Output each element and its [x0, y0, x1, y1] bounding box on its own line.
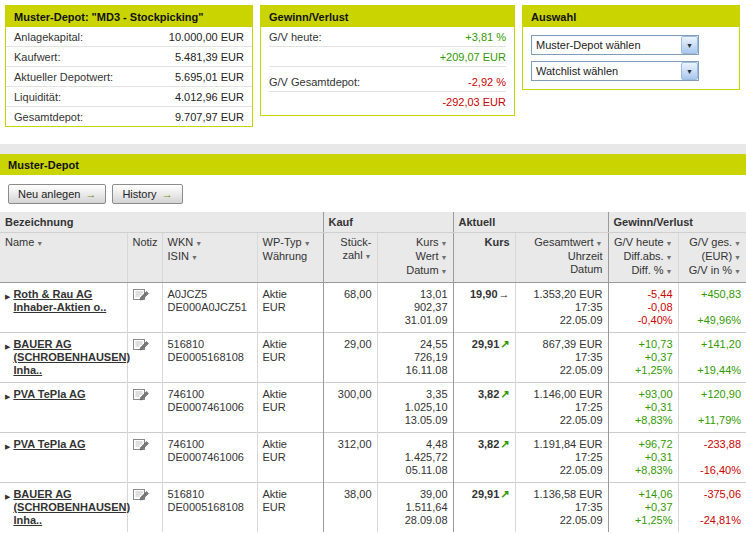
gewinn-verlust-title: Gewinn/Verlust	[261, 6, 514, 27]
wptyp-cell: Aktie EUR	[257, 383, 323, 433]
note-icon[interactable]	[133, 338, 150, 354]
section-title: Muster-Depot	[0, 154, 746, 175]
uhrzeit-value: 17:35	[521, 351, 603, 364]
gv-heute-cell: +96,72 +0,31 +8,83%	[608, 433, 678, 483]
toolbar-button[interactable]: Neu anlegen →	[8, 184, 106, 204]
sort-icon[interactable]: ▼	[441, 268, 448, 275]
expand-icon[interactable]: ▶	[5, 288, 10, 314]
kauf-wert-value: 1.025,10	[383, 401, 448, 414]
summary-row: Liquidität: 4.012,96 EUR	[6, 86, 252, 106]
auswahl-panel: Auswahl Muster-Depot wählen ▼ Watchlist …	[522, 5, 740, 90]
col-header-wp-typ[interactable]: WP-Typ	[263, 236, 302, 248]
waehrung-value: EUR	[263, 301, 318, 314]
sort-icon[interactable]: ▼	[365, 253, 372, 260]
gv-ges-cell: -375,06 -24,81%	[678, 483, 746, 533]
expand-icon[interactable]: ▶	[5, 338, 10, 377]
dropdown-select[interactable]: Muster-Depot wählen ▼	[531, 35, 699, 55]
summary-row-label: Kaufwert:	[14, 51, 60, 63]
stueckzahl-value: 68,00	[329, 288, 372, 301]
gesamtwert-cell: 1.353,20 EUR 17:35 22.05.09	[515, 283, 608, 333]
position-name-link[interactable]: BAUER AG (SCHROBENHAUSEN) Inha..	[13, 338, 130, 377]
col-header-gv-in-pct[interactable]: G/V in %	[689, 264, 732, 276]
column-header-notiz-cell: Notiz	[127, 233, 162, 283]
depot-summary-panel: Muster-Depot: "MD3 - Stockpicking" Anlag…	[5, 5, 253, 127]
wp-typ-value: Aktie	[263, 388, 318, 401]
column-group-row: Bezeichnung Kauf Aktuell Gewinn/Verlust	[0, 212, 746, 233]
position-name-link[interactable]: BAUER AG (SCHROBENHAUSEN) Inha..	[13, 488, 130, 527]
expand-icon[interactable]: ▶	[5, 438, 10, 453]
toolbar: Neu anlegen → History →	[0, 175, 746, 212]
position-name-link[interactable]: Roth & Rau AG Inhaber-Aktien o..	[13, 288, 121, 314]
sort-icon[interactable]: ▼	[304, 240, 311, 247]
gv-heute-value: +96,72	[614, 438, 673, 451]
stueckzahl-cell: 312,00	[323, 433, 377, 483]
gewinn-verlust-rows: G/V heute: +3,81 % +209,07 EUR G/V Gesam…	[261, 27, 514, 115]
column-header-gv-heute-cell: G/V heute▼ Diff.abs.▼ Diff. %▼	[608, 233, 678, 283]
col-header-diff-abs[interactable]: Diff.abs.	[623, 250, 663, 262]
sort-icon[interactable]: ▼	[734, 240, 741, 247]
name-cell: ▶ PVA TePla AG	[0, 433, 127, 483]
position-name-link[interactable]: PVA TePla AG	[13, 388, 85, 403]
col-header-gesamtwert[interactable]: Gesamtwert	[534, 236, 593, 248]
kauf-datum-value: 31.01.09	[383, 314, 448, 327]
gv-percent-value: +3,81 %	[465, 31, 506, 43]
col-header-kauf-datum[interactable]: Datum	[406, 264, 438, 276]
spacer	[684, 301, 742, 314]
note-icon[interactable]	[133, 488, 150, 504]
col-header-gv-ges[interactable]: G/V ges.	[689, 236, 732, 248]
depot-table-body: ▶ Roth & Rau AG Inhaber-Aktien o..	[0, 283, 746, 533]
kauf-kurs-value: 39,00	[383, 488, 448, 501]
sort-icon[interactable]: ▼	[441, 254, 448, 261]
name-cell: ▶ BAUER AG (SCHROBENHAUSEN) Inha..	[0, 333, 127, 383]
sort-icon[interactable]: ▼	[734, 254, 741, 261]
uhrzeit-value: 17:35	[521, 301, 603, 314]
wp-typ-value: Aktie	[263, 438, 318, 451]
sort-icon[interactable]: ▼	[666, 240, 673, 247]
note-icon[interactable]	[133, 388, 150, 404]
gv-row-eur: -292,03 EUR	[269, 92, 506, 111]
col-header-stueck-2[interactable]: zahl	[342, 249, 362, 261]
col-header-kauf-wert[interactable]: Wert	[416, 250, 439, 262]
wptyp-cell: Aktie EUR	[257, 483, 323, 533]
note-icon[interactable]	[133, 438, 150, 454]
chevron-down-icon: ▼	[686, 68, 693, 75]
sort-icon[interactable]: ▼	[666, 254, 673, 261]
kauf-wert-value: 1.511,64	[383, 501, 448, 514]
position-name-link[interactable]: PVA TePla AG	[13, 438, 85, 453]
kauf-cell: 13,01 902,37 31.01.09	[377, 283, 453, 333]
col-header-name[interactable]: Name	[5, 236, 34, 248]
col-header-diff-pct[interactable]: Diff. %	[631, 264, 663, 276]
stueckzahl-value: 312,00	[329, 438, 372, 451]
dropdown-arrow-button[interactable]: ▼	[681, 62, 698, 80]
datum-value: 22.05.09	[521, 514, 603, 527]
gv-heute-cell: -5,44 -0,08 -0,40%	[608, 283, 678, 333]
gesamtwert-value: 1.191,84 EUR	[521, 438, 603, 451]
dropdown-arrow-button[interactable]: ▼	[681, 36, 698, 54]
sort-icon[interactable]: ▼	[195, 240, 202, 247]
col-header-gv-heute[interactable]: G/V heute	[614, 236, 664, 248]
gv-heute-cell: +10,73 +0,37 +1,25%	[608, 333, 678, 383]
sort-icon[interactable]: ▼	[36, 240, 43, 247]
col-header-kauf-kurs[interactable]: Kurs	[416, 236, 439, 248]
col-header-gv-eur[interactable]: (EUR)	[702, 250, 733, 262]
gv-ges-cell: -233,88 -16,40%	[678, 433, 746, 483]
col-header-wkn[interactable]: WKN	[168, 236, 194, 248]
notiz-cell	[127, 283, 162, 333]
gv-heute-cell: +93,00 +0,31 +8,83%	[608, 383, 678, 433]
kauf-cell: 4,48 1.425,72 05.11.08	[377, 433, 453, 483]
note-icon[interactable]	[133, 288, 150, 304]
dropdown-select[interactable]: Watchlist wählen ▼	[531, 61, 699, 81]
sort-icon[interactable]: ▼	[666, 268, 673, 275]
expand-icon[interactable]: ▶	[5, 388, 10, 403]
gv-ges-pct-value: +11,79%	[684, 414, 742, 427]
expand-icon[interactable]: ▶	[5, 488, 10, 527]
sort-icon[interactable]: ▼	[191, 254, 198, 261]
sort-icon[interactable]: ▼	[596, 240, 603, 247]
toolbar-button[interactable]: History →	[112, 184, 182, 204]
sort-icon[interactable]: ▼	[734, 268, 741, 275]
diff-abs-value: -0,08	[614, 301, 673, 314]
col-header-isin[interactable]: ISIN	[168, 250, 189, 262]
sort-icon[interactable]: ▼	[441, 240, 448, 247]
summary-row: Gesamtdepot: 9.707,97 EUR	[6, 106, 252, 126]
kauf-wert-value: 1.425,72	[383, 451, 448, 464]
